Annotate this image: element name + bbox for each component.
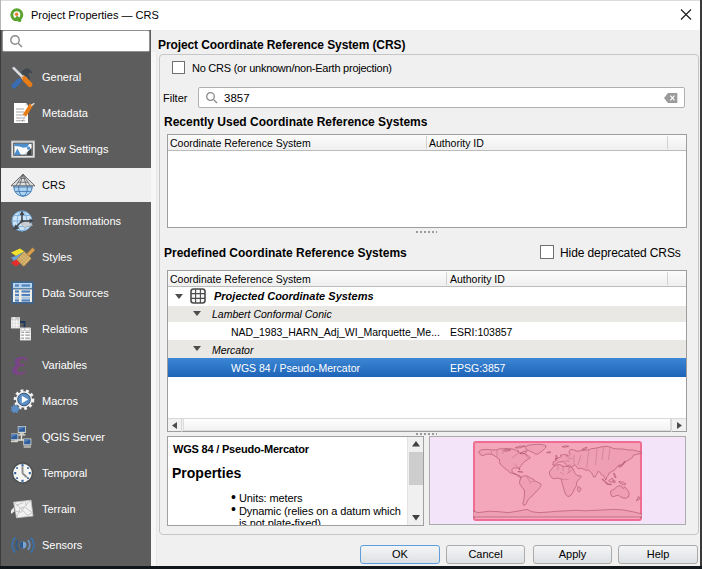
svg-text:ε: ε — [12, 353, 28, 377]
